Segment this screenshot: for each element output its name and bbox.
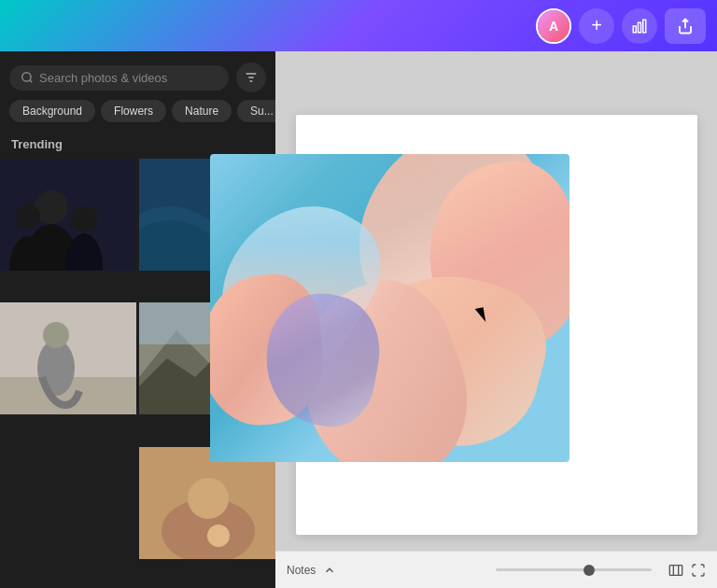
avatar-button[interactable]: A xyxy=(536,8,571,44)
search-input-wrap xyxy=(9,65,229,91)
notes-label: Notes xyxy=(287,564,316,577)
svg-rect-1 xyxy=(639,22,641,33)
tag-nature[interactable]: Nature xyxy=(172,100,232,122)
search-bar xyxy=(0,51,275,100)
svg-rect-26 xyxy=(669,565,682,575)
bottom-bar: Notes xyxy=(275,551,717,588)
search-input[interactable] xyxy=(39,71,218,85)
thumbnail-people[interactable] xyxy=(0,159,136,271)
share-button[interactable] xyxy=(665,8,706,44)
zoom-slider[interactable] xyxy=(496,568,652,571)
svg-rect-2 xyxy=(643,20,646,33)
fit-screen-icon[interactable] xyxy=(668,563,683,578)
svg-point-3 xyxy=(22,73,31,81)
tags-row: Background Flowers Nature Su... xyxy=(0,100,275,132)
svg-point-19 xyxy=(43,322,69,348)
svg-point-25 xyxy=(207,525,230,547)
flower-preview[interactable] xyxy=(210,154,569,462)
tag-more[interactable]: Su... xyxy=(237,100,275,122)
svg-point-11 xyxy=(71,206,97,232)
tag-background[interactable]: Background xyxy=(9,100,95,122)
add-button[interactable]: + xyxy=(579,8,614,44)
filter-button[interactable] xyxy=(236,63,266,92)
search-icon xyxy=(21,71,34,84)
svg-rect-0 xyxy=(633,26,636,33)
chart-button[interactable] xyxy=(622,8,657,44)
chevron-up-icon[interactable] xyxy=(323,564,336,577)
svg-point-13 xyxy=(16,204,40,229)
tag-flowers[interactable]: Flowers xyxy=(101,100,166,122)
avatar: A xyxy=(538,9,569,43)
fullscreen-icon[interactable] xyxy=(691,563,706,578)
thumbnail-baby[interactable] xyxy=(139,447,275,559)
thumbnail-person-sitting[interactable] xyxy=(0,302,136,414)
header: A + xyxy=(0,0,717,51)
slider-thumb xyxy=(583,565,595,576)
svg-point-24 xyxy=(188,478,229,519)
